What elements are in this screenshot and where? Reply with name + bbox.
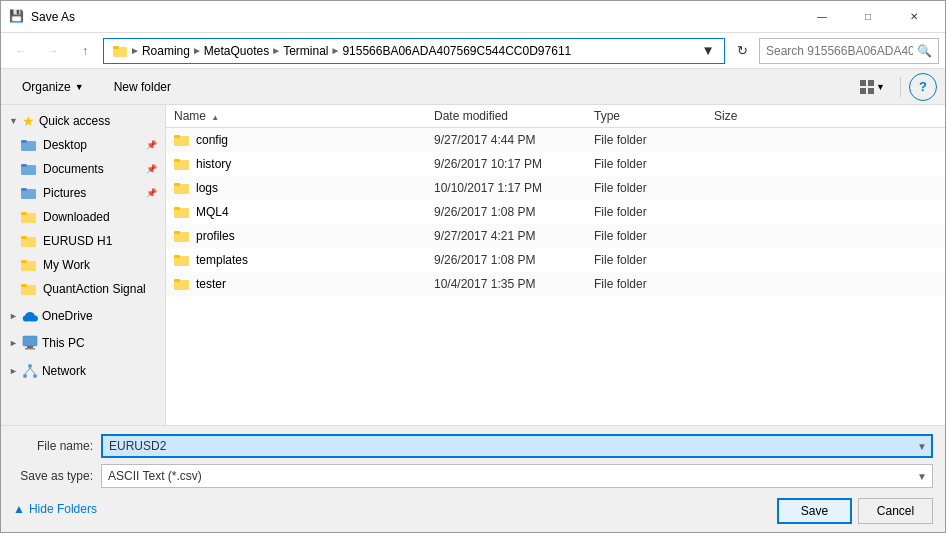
col-size-header[interactable]: Size [714, 109, 794, 123]
file-name: config [196, 133, 228, 147]
svg-rect-7 [21, 140, 27, 143]
file-type: File folder [594, 253, 714, 267]
quantaction-folder-icon [21, 281, 37, 297]
search-box[interactable]: 🔍 [759, 38, 939, 64]
save-as-type-select[interactable]: ASCII Text (*.csv)CSV (*.csv)Text (*.txt… [101, 464, 933, 488]
file-date: 10/10/2017 1:17 PM [434, 181, 594, 195]
address-dropdown-button[interactable]: ▼ [700, 39, 716, 63]
svg-rect-32 [174, 135, 180, 138]
folder-icon [112, 43, 128, 59]
bottom-area: File name: ▼ Save as type: ASCII Text (*… [1, 425, 945, 532]
svg-rect-4 [860, 88, 866, 94]
col-name-header[interactable]: Name ▲ [174, 109, 434, 123]
svg-rect-9 [21, 164, 27, 167]
svg-rect-40 [174, 231, 180, 234]
svg-rect-11 [21, 188, 27, 191]
svg-rect-44 [174, 279, 180, 282]
svg-line-29 [25, 368, 30, 374]
sidebar-item-mywork-label: My Work [43, 258, 90, 272]
folder-icon [174, 253, 190, 267]
hide-folders-button[interactable]: ▲ Hide Folders [13, 500, 97, 518]
folder-icon [174, 157, 190, 171]
view-button[interactable]: ▼ [853, 73, 892, 101]
sidebar-item-eurusd[interactable]: EURUSD H1 [1, 229, 165, 253]
svg-rect-19 [21, 284, 27, 287]
minimize-button[interactable]: — [799, 1, 845, 33]
svg-point-27 [23, 374, 27, 378]
file-list-empty-space [166, 296, 945, 425]
address-bar[interactable]: ► Roaming ► MetaQuotes ► Terminal ► 9155… [103, 38, 725, 64]
onedrive-label: OneDrive [42, 309, 93, 323]
file-name: MQL4 [196, 205, 229, 219]
pin-icon: 📌 [146, 140, 157, 150]
table-row[interactable]: history 9/26/2017 10:17 PM File folder [166, 152, 945, 176]
table-row[interactable]: MQL4 9/26/2017 1:08 PM File folder [166, 200, 945, 224]
sidebar-item-quantaction[interactable]: QuantAction Signal [1, 277, 165, 301]
sidebar-item-documents[interactable]: Documents 📌 [1, 157, 165, 181]
quick-access-section: ▼ ★ Quick access Desktop 📌 [1, 109, 165, 301]
search-input[interactable] [766, 44, 913, 58]
file-type: File folder [594, 229, 714, 243]
table-row[interactable]: templates 9/26/2017 1:08 PM File folder [166, 248, 945, 272]
onedrive-item[interactable]: ► OneDrive [1, 305, 165, 327]
quick-access-header[interactable]: ▼ ★ Quick access [1, 109, 165, 133]
file-name-input[interactable] [101, 434, 933, 458]
sidebar-item-desktop[interactable]: Desktop 📌 [1, 133, 165, 157]
table-row[interactable]: config 9/27/2017 4:44 PM File folder [166, 128, 945, 152]
file-name: tester [196, 277, 226, 291]
svg-rect-1 [113, 46, 119, 49]
file-name: templates [196, 253, 248, 267]
close-button[interactable]: ✕ [891, 1, 937, 33]
network-item[interactable]: ► Network [1, 359, 165, 383]
up-button[interactable]: ↑ [71, 37, 99, 65]
thispc-item[interactable]: ► This PC [1, 331, 165, 355]
svg-point-22 [25, 312, 35, 320]
svg-rect-34 [174, 159, 180, 162]
svg-rect-36 [174, 183, 180, 186]
hide-folders-label: Hide Folders [29, 502, 97, 516]
refresh-button[interactable]: ↻ [729, 38, 755, 64]
sidebar-item-mywork[interactable]: My Work [1, 253, 165, 277]
sidebar-item-eurusd-label: EURUSD H1 [43, 234, 112, 248]
organize-chevron-icon: ▼ [75, 82, 84, 92]
search-icon: 🔍 [917, 44, 932, 58]
buttons-area: ▲ Hide Folders Save Cancel [13, 494, 933, 524]
table-row[interactable]: tester 10/4/2017 1:35 PM File folder [166, 272, 945, 296]
file-date: 9/27/2017 4:44 PM [434, 133, 594, 147]
maximize-button[interactable]: □ [845, 1, 891, 33]
folder-icon [174, 133, 190, 147]
table-row[interactable]: logs 10/10/2017 1:17 PM File folder [166, 176, 945, 200]
file-name-label: File name: [13, 439, 93, 453]
file-date: 9/26/2017 10:17 PM [434, 157, 594, 171]
folder-icon [174, 229, 190, 243]
sidebar-item-downloaded[interactable]: Downloaded [1, 205, 165, 229]
file-type: File folder [594, 277, 714, 291]
mywork-folder-icon [21, 257, 37, 273]
cancel-button[interactable]: Cancel [858, 498, 933, 524]
sidebar-item-pictures[interactable]: Pictures 📌 [1, 181, 165, 205]
svg-rect-25 [25, 348, 35, 350]
save-as-type-wrapper: ASCII Text (*.csv)CSV (*.csv)Text (*.txt… [101, 464, 933, 488]
svg-rect-3 [868, 80, 874, 86]
network-section: ► Network [1, 359, 165, 383]
table-row[interactable]: profiles 9/27/2017 4:21 PM File folder [166, 224, 945, 248]
forward-button[interactable]: → [39, 37, 67, 65]
save-as-type-row: Save as type: ASCII Text (*.csv)CSV (*.c… [13, 464, 933, 488]
col-type-header[interactable]: Type [594, 109, 714, 123]
back-button[interactable]: ← [7, 37, 35, 65]
save-button[interactable]: Save [777, 498, 852, 524]
file-type: File folder [594, 181, 714, 195]
network-icon [22, 363, 38, 379]
file-list-header[interactable]: Name ▲ Date modified Type Size [166, 105, 945, 128]
file-type: File folder [594, 133, 714, 147]
new-folder-button[interactable]: New folder [101, 73, 184, 101]
organize-button[interactable]: Organize ▼ [9, 73, 97, 101]
address-path: ► Roaming ► MetaQuotes ► Terminal ► 9155… [112, 43, 696, 59]
folder-icon [174, 277, 190, 291]
action-buttons: Save Cancel [777, 498, 933, 524]
help-button[interactable]: ? [909, 73, 937, 101]
file-list: Name ▲ Date modified Type Size [166, 105, 945, 425]
svg-line-30 [30, 368, 35, 374]
file-name-row: File name: ▼ [13, 434, 933, 458]
col-date-header[interactable]: Date modified [434, 109, 594, 123]
